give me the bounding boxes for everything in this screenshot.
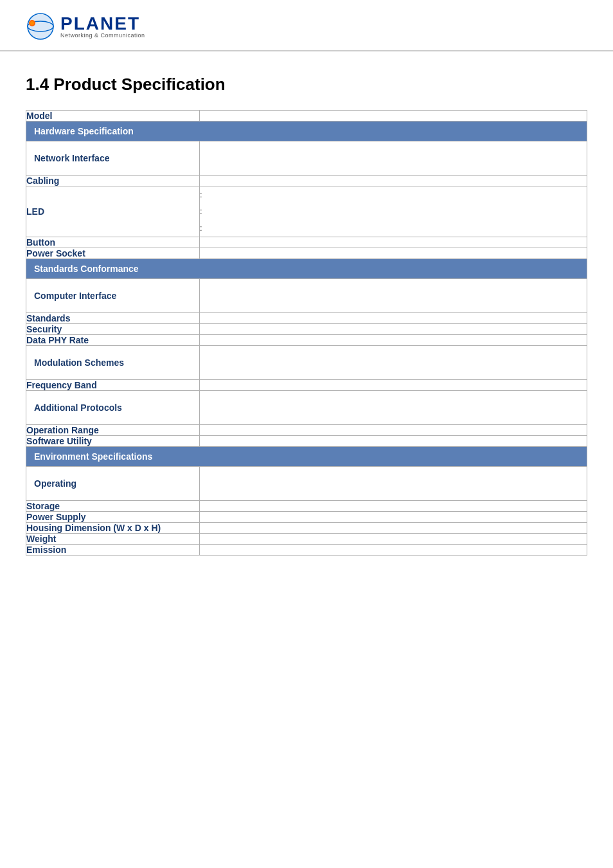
row-value <box>200 313 587 324</box>
row-label: Frequency Band <box>26 380 200 391</box>
section-header-hardware: Hardware Specification <box>26 122 587 141</box>
led-line-1: : <box>200 186 587 203</box>
table-row: Power Socket <box>26 248 587 259</box>
table-row: LED : : : <box>26 186 587 237</box>
row-value <box>200 391 587 425</box>
row-value <box>200 324 587 335</box>
table-row: Cabling <box>26 176 587 186</box>
table-row: Housing Dimension (W x D x H) <box>26 523 587 534</box>
row-label: Power Socket <box>26 248 200 259</box>
row-label: Operating <box>26 467 200 501</box>
row-label: Storage <box>26 501 200 512</box>
planet-logo-icon <box>26 12 55 41</box>
row-value <box>200 176 587 186</box>
logo: PLANET Networking & Communication <box>26 12 145 41</box>
table-row: Standards <box>26 313 587 324</box>
row-value <box>200 248 587 259</box>
table-row: Storage <box>26 501 587 512</box>
row-value <box>200 346 587 380</box>
row-value <box>200 545 587 556</box>
logo-text: PLANET Networking & Communication <box>60 15 145 39</box>
section-label: Environment Specifications <box>26 447 587 467</box>
row-label: Network Interface <box>26 141 200 176</box>
row-label: Software Utility <box>26 436 200 447</box>
table-row: Network Interface <box>26 141 587 176</box>
table-row: Operation Range <box>26 425 587 436</box>
logo-subtitle: Networking & Communication <box>60 33 145 39</box>
row-value <box>200 237 587 248</box>
spec-table: Model Hardware Specification Network Int… <box>26 110 587 556</box>
logo-planet-name: PLANET <box>60 15 145 33</box>
table-row-power-supply: Power Supply <box>26 512 587 523</box>
table-row: Modulation Schemes <box>26 346 587 380</box>
row-value <box>200 380 587 391</box>
row-value <box>200 279 587 313</box>
table-row: Operating <box>26 467 587 501</box>
led-line-3: : <box>200 220 587 237</box>
table-row: Model <box>26 111 587 122</box>
table-row: Software Utility <box>26 436 587 447</box>
row-value <box>200 501 587 512</box>
row-label: Computer Interface <box>26 279 200 313</box>
header: PLANET Networking & Communication <box>0 0 613 51</box>
row-label: Security <box>26 324 200 335</box>
row-label: Data PHY Rate <box>26 335 200 346</box>
row-label: Standards <box>26 313 200 324</box>
row-label: Housing Dimension (W x D x H) <box>26 523 200 534</box>
row-label: Cabling <box>26 176 200 186</box>
row-label: Modulation Schemes <box>26 346 200 380</box>
row-value <box>200 467 587 501</box>
row-label: Operation Range <box>26 425 200 436</box>
table-row: Security <box>26 324 587 335</box>
row-value <box>200 335 587 346</box>
row-label: Emission <box>26 545 200 556</box>
section-label: Hardware Specification <box>26 122 587 141</box>
row-label: Additional Protocols <box>26 391 200 425</box>
row-label-power-supply: Power Supply <box>26 512 200 523</box>
table-row: Data PHY Rate <box>26 335 587 346</box>
page-title: 1.4 Product Specification <box>26 75 587 95</box>
row-value <box>200 534 587 545</box>
table-row: Additional Protocols <box>26 391 587 425</box>
table-row: Emission <box>26 545 587 556</box>
row-value <box>200 141 587 176</box>
section-label: Standards Conformance <box>26 259 587 279</box>
row-label: Weight <box>26 534 200 545</box>
row-label: Button <box>26 237 200 248</box>
table-row: Weight <box>26 534 587 545</box>
svg-point-4 <box>30 21 34 25</box>
row-value <box>200 111 587 122</box>
section-header-standards: Standards Conformance <box>26 259 587 279</box>
row-value-power-supply <box>200 512 587 523</box>
table-row: Button <box>26 237 587 248</box>
section-header-environment: Environment Specifications <box>26 447 587 467</box>
row-value: : : : <box>200 186 587 237</box>
row-label: Model <box>26 111 200 122</box>
table-row: Frequency Band <box>26 380 587 391</box>
row-value <box>200 523 587 534</box>
main-content: 1.4 Product Specification Model Hardware… <box>0 51 613 581</box>
row-value <box>200 436 587 447</box>
led-line-2: : <box>200 203 587 220</box>
row-label: LED <box>26 186 200 237</box>
row-value <box>200 425 587 436</box>
table-row: Computer Interface <box>26 279 587 313</box>
led-value: : : : <box>200 186 587 237</box>
